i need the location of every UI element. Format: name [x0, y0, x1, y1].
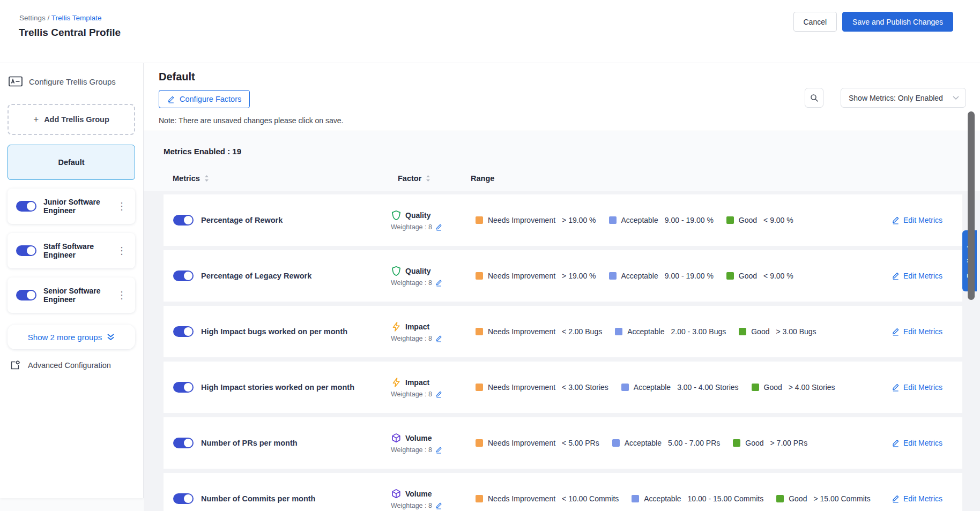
edit-weightage-icon[interactable]: [435, 335, 442, 342]
range-label: Acceptable: [621, 216, 658, 224]
range-value: > 4.00 Stories: [789, 383, 835, 392]
edit-metrics-link[interactable]: Edit Metrics: [878, 494, 962, 503]
range-label: Good: [739, 272, 757, 280]
weightage-text: Weightage : 8: [391, 390, 432, 398]
metric-toggle[interactable]: [173, 438, 194, 448]
table-row: Number of Commits per month Volume Weigh…: [164, 473, 962, 511]
edit-metrics-link[interactable]: Edit Metrics: [878, 383, 962, 392]
edit-weightage-icon[interactable]: [435, 446, 442, 454]
breadcrumb-root[interactable]: Settings: [19, 14, 46, 22]
range-label: Needs Improvement: [488, 439, 555, 447]
edit-metrics-label: Edit Metrics: [903, 327, 942, 336]
range-chip: Good > 15.00 Commits: [776, 494, 870, 503]
group-card[interactable]: Junior Software Engineer ⋮: [8, 189, 135, 224]
sort-icon[interactable]: [426, 175, 430, 182]
edit-weightage-icon[interactable]: [435, 279, 442, 287]
edit-metrics-link[interactable]: Edit Metrics: [878, 327, 962, 336]
range-color-swatch: [476, 216, 483, 224]
kebab-menu-icon[interactable]: ⋮: [114, 244, 130, 258]
cancel-button[interactable]: Cancel: [793, 12, 837, 32]
range-list: Needs Improvement < 3.00 Stories Accepta…: [476, 383, 878, 392]
group-toggle[interactable]: [16, 290, 36, 300]
range-label: Needs Improvement: [488, 383, 555, 392]
default-group-label: Default: [58, 158, 84, 167]
edit-pencil-icon: [892, 494, 900, 503]
edit-weightage-icon[interactable]: [435, 223, 442, 231]
edit-metrics-link[interactable]: Edit Metrics: [878, 272, 962, 280]
unsaved-changes-note: Note: There are unsaved changes please c…: [159, 116, 344, 125]
metric-toggle[interactable]: [173, 215, 194, 226]
range-label: Good: [764, 383, 782, 392]
quality-shield-icon: [391, 266, 402, 276]
add-trellis-group-label: Add Trellis Group: [44, 115, 109, 124]
sort-icon[interactable]: [204, 175, 209, 182]
range-chip: Needs Improvement < 3.00 Stories: [476, 383, 608, 392]
edit-metrics-label: Edit Metrics: [903, 494, 942, 503]
range-color-swatch: [621, 384, 629, 391]
table-row: Number of PRs per month Volume Weightage…: [164, 417, 962, 469]
main-header: Default Configure Factors Note: There ar…: [144, 63, 980, 131]
group-card[interactable]: Staff Software Engineer ⋮: [8, 233, 135, 268]
configure-factors-button[interactable]: Configure Factors: [159, 90, 250, 108]
volume-cube-icon: [391, 489, 402, 499]
range-value: > 3.00 Bugs: [776, 327, 816, 336]
range-value: 2.00 - 3.00 Bugs: [671, 327, 726, 336]
quality-shield-icon: [391, 210, 402, 221]
range-value: 5.00 - 7.00 PRs: [668, 439, 720, 447]
edit-pencil-icon: [892, 439, 900, 447]
group-card[interactable]: Senior Software Engineer ⋮: [8, 277, 135, 313]
show-metrics-dropdown[interactable]: Show Metrics: Only Enabled: [841, 88, 966, 108]
range-chip: Acceptable 5.00 - 7.00 PRs: [612, 439, 721, 447]
metric-toggle[interactable]: [173, 382, 194, 393]
column-header-factor: Factor: [398, 174, 430, 183]
range-value: < 5.00 PRs: [562, 439, 599, 447]
range-label: Needs Improvement: [488, 272, 555, 280]
vertical-scrollbar-thumb[interactable]: [968, 111, 975, 300]
metric-name: High Impact bugs worked on per month: [201, 327, 391, 336]
main-panel: Default Configure Factors Note: There ar…: [144, 63, 980, 511]
add-trellis-group-button[interactable]: + Add Trellis Group: [8, 104, 135, 135]
breadcrumb-current[interactable]: Trellis Template: [51, 14, 102, 22]
range-chip: Acceptable 2.00 - 3.00 Bugs: [615, 327, 726, 336]
metric-name: High Impact stories worked on per month: [201, 383, 391, 392]
factor-cell: Volume Weightage : 8: [391, 433, 476, 454]
range-color-swatch: [476, 384, 483, 391]
volume-cube-icon: [391, 433, 402, 444]
kebab-menu-icon[interactable]: ⋮: [114, 288, 130, 302]
range-color-swatch: [726, 216, 734, 224]
show-more-groups-button[interactable]: Show 2 more groups: [8, 325, 135, 349]
metric-name: Number of Commits per month: [201, 494, 391, 503]
advanced-configuration-label: Advanced Configuration: [28, 361, 111, 370]
edit-metrics-link[interactable]: Edit Metrics: [878, 216, 962, 224]
edit-pencil-icon: [892, 383, 900, 392]
edit-metrics-link[interactable]: Edit Metrics: [878, 439, 962, 447]
range-chip: Good < 9.00 %: [726, 216, 793, 224]
range-color-swatch: [476, 272, 483, 280]
metric-name: Percentage of Legacy Rework: [201, 272, 391, 280]
factor-name: Quality: [405, 211, 430, 220]
range-value: 9.00 - 19.00 %: [665, 216, 714, 224]
metric-toggle[interactable]: [173, 493, 194, 504]
search-button[interactable]: [805, 88, 823, 108]
range-value: < 2.00 Bugs: [562, 327, 602, 336]
metric-name: Percentage of Rework: [201, 216, 391, 224]
edit-weightage-icon[interactable]: [435, 502, 442, 509]
table-row: High Impact bugs worked on per month Imp…: [164, 306, 962, 357]
group-toggle[interactable]: [16, 245, 36, 256]
kebab-menu-icon[interactable]: ⋮: [114, 199, 130, 213]
metric-toggle[interactable]: [173, 270, 194, 281]
metric-toggle[interactable]: [173, 326, 194, 337]
advanced-configuration-link[interactable]: Advanced Configuration: [10, 360, 111, 371]
range-value: < 3.00 Stories: [562, 383, 608, 392]
edit-weightage-icon[interactable]: [435, 390, 442, 398]
range-chip: Needs Improvement < 5.00 PRs: [476, 439, 599, 447]
range-label: Good: [751, 327, 769, 336]
save-and-publish-button[interactable]: Save and Publish Changes: [842, 12, 953, 32]
range-color-swatch: [476, 439, 483, 447]
group-toggle[interactable]: [16, 201, 36, 212]
range-label: Acceptable: [625, 439, 662, 447]
left-column: Configure Trellis Groups + Add Trellis G…: [0, 63, 144, 511]
group-card-default[interactable]: Default: [8, 145, 135, 180]
header-actions: Cancel Save and Publish Changes: [793, 12, 954, 32]
edit-metrics-label: Edit Metrics: [903, 383, 942, 392]
